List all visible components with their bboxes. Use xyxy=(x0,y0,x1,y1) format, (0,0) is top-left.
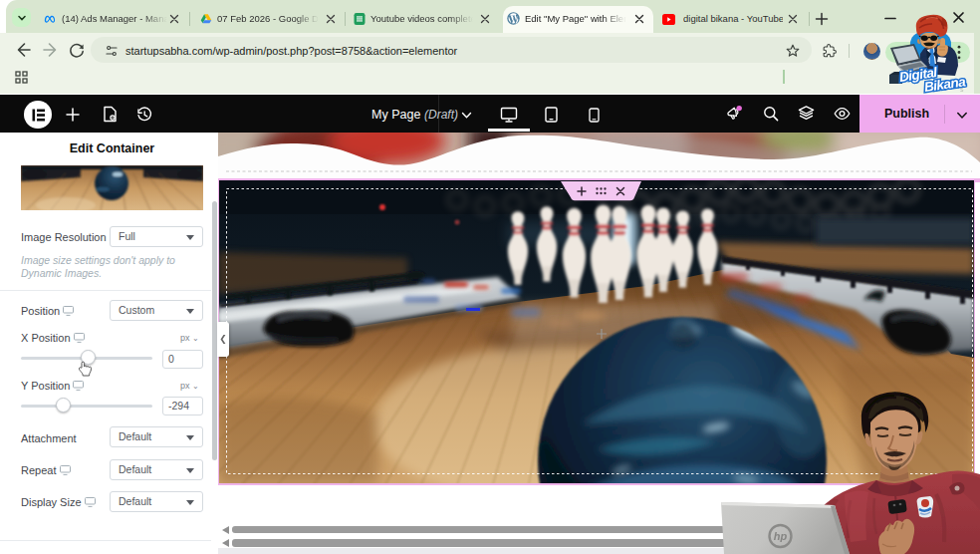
svg-text:s: s xyxy=(960,86,964,93)
svg-text:hp: hp xyxy=(774,530,788,542)
